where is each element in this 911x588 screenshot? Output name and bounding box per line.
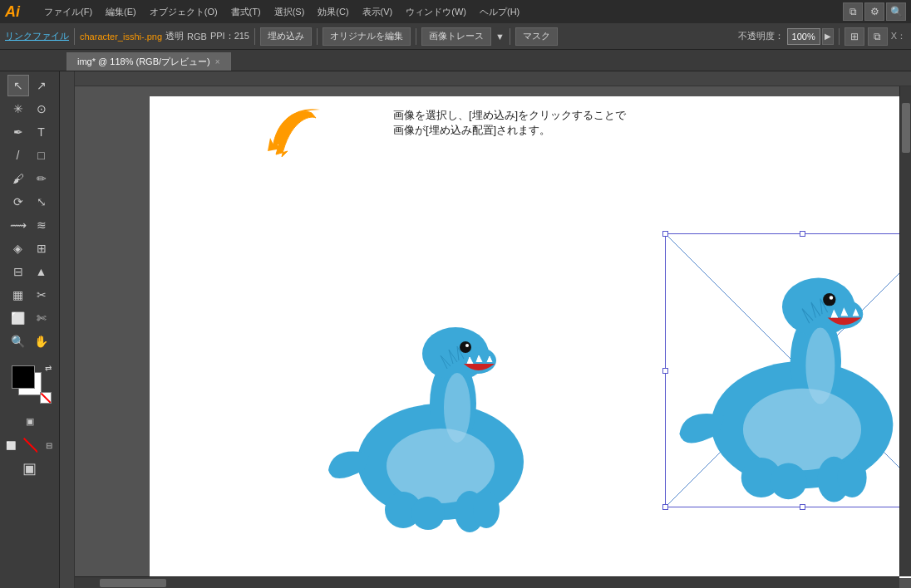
rect-tool[interactable]: □ xyxy=(31,145,52,166)
transform-icon-btn[interactable]: ⧉ xyxy=(868,27,888,46)
mask-button[interactable]: マスク xyxy=(515,27,558,46)
menu-window[interactable]: ウィンドウ(W) xyxy=(400,4,472,20)
main-area: ↖ ↗ ✳ ⊙ ✒ T / □ 🖌 ✏ ⟳ ⤡ ⟿ ≋ ◈ ⊞ xyxy=(0,71,911,588)
type-tool[interactable]: T xyxy=(31,121,52,143)
dinosaur-svg-left xyxy=(324,287,557,537)
pencil-tool[interactable]: ✏ xyxy=(31,168,52,189)
document-tab[interactable]: img* @ 118% (RGB/プレビュー) × xyxy=(66,52,231,71)
artboard: 画像を選択し、[埋め込み]をクリックすることで 画像が[埋め込み配置]されます。 xyxy=(150,96,911,578)
column-graph-tool[interactable]: ▦ xyxy=(7,284,29,306)
tab-close-btn[interactable]: × xyxy=(215,57,220,66)
image-trace-button[interactable]: 画像トレース xyxy=(421,27,491,46)
menu-effect[interactable]: 効果(C) xyxy=(312,4,354,20)
left-toolbar: ↖ ↗ ✳ ⊙ ✒ T / □ 🖌 ✏ ⟳ ⤡ ⟿ ≋ ◈ ⊞ xyxy=(0,71,60,588)
slice-tool[interactable]: ✂ xyxy=(31,284,52,306)
svg-point-16 xyxy=(805,328,835,404)
width-tool[interactable]: ⟿ xyxy=(7,214,29,236)
menu-object[interactable]: オブジェクト(O) xyxy=(144,4,224,20)
divider5 xyxy=(510,28,510,45)
properties-toolbar: リンクファイル character_isshi-.png 透明 RGB PPI：… xyxy=(0,23,911,50)
search-icon-btn[interactable]: 🔍 xyxy=(886,2,906,21)
wand-tool[interactable]: ✳ xyxy=(7,98,29,120)
menu-select[interactable]: 選択(S) xyxy=(268,4,311,20)
pen-tool[interactable]: ✒ xyxy=(7,121,29,143)
instruction-tooltip: 画像を選択し、[埋め込み]をクリックすることで 画像が[埋め込み配置]されます。 xyxy=(266,103,626,161)
align-icon-btn[interactable]: ⊞ xyxy=(845,27,864,46)
app-logo: Ai xyxy=(5,3,30,21)
tabbar: img* @ 118% (RGB/プレビュー) × xyxy=(0,50,911,71)
vertical-scrollbar[interactable] xyxy=(899,86,911,576)
foreground-color-swatch[interactable] xyxy=(12,365,35,389)
instruction-line1: 画像を選択し、[埋め込み]をクリックすることで xyxy=(393,108,626,123)
select-tool[interactable]: ↖ xyxy=(7,75,29,96)
menu-view[interactable]: 表示(V) xyxy=(357,4,399,20)
opacity-increase-btn[interactable]: ▶ xyxy=(822,28,834,45)
vertical-ruler xyxy=(60,71,75,588)
transparency-label: 透明 xyxy=(165,30,184,42)
symbol-tool[interactable]: ▲ xyxy=(31,261,52,282)
line-tool[interactable]: / xyxy=(7,145,29,166)
none-swatch[interactable] xyxy=(40,392,52,404)
settings-icon-btn[interactable]: ⚙ xyxy=(864,2,884,21)
orange-arrow xyxy=(266,103,328,164)
warp-tool[interactable]: ≋ xyxy=(31,214,52,236)
embed-button[interactable]: 埋め込み xyxy=(260,27,312,46)
none-icon[interactable] xyxy=(21,437,38,453)
arrange-icon-btn[interactable]: ⧉ xyxy=(843,2,863,21)
opacity-input[interactable] xyxy=(787,28,820,45)
artboards-panel-btn[interactable]: ▣ xyxy=(17,457,43,480)
scale-tool[interactable]: ⤡ xyxy=(31,191,52,213)
mesh-tool[interactable]: ⊞ xyxy=(31,238,52,259)
tab-label: img* @ 118% (RGB/プレビュー) xyxy=(77,56,210,68)
divider2 xyxy=(254,28,255,45)
dino-right-selected-container[interactable] xyxy=(665,233,911,507)
eraser-tool[interactable]: ⬜ xyxy=(7,307,29,329)
opacity-label: 不透明度： xyxy=(738,30,784,42)
instruction-text-block: 画像を選択し、[埋め込み]をクリックすることで 画像が[埋め込み配置]されます。 xyxy=(393,103,626,138)
ppi-label: PPI：215 xyxy=(210,30,249,42)
paintbrush-tool[interactable]: 🖌 xyxy=(7,168,29,189)
grid-icon[interactable]: ⊟ xyxy=(40,437,57,453)
instruction-line2: 画像が[埋め込み配置]されます。 xyxy=(393,123,626,138)
opacity-control: ▶ xyxy=(787,28,834,45)
color-swatches: ⇄ xyxy=(7,362,53,404)
swap-colors-icon[interactable]: ⇄ xyxy=(45,364,52,373)
dino-right-image xyxy=(666,234,911,507)
screen-mode-btn[interactable]: ▣ xyxy=(19,410,41,432)
svg-point-11 xyxy=(411,497,445,530)
freegradient-tool[interactable]: ◈ xyxy=(7,238,29,259)
horizontal-scrollbar[interactable] xyxy=(75,576,899,588)
direct-select-tool[interactable]: ↗ xyxy=(31,75,52,96)
hand-tool[interactable]: ✋ xyxy=(31,331,52,352)
dino-left-image xyxy=(324,287,565,553)
svg-point-23 xyxy=(771,463,807,500)
menu-file[interactable]: ファイル(F) xyxy=(38,4,98,20)
edit-original-button[interactable]: オリジナルを編集 xyxy=(323,27,411,46)
colormode-label: RGB xyxy=(187,32,207,42)
lasso-tool[interactable]: ⊙ xyxy=(31,98,52,120)
menu-text[interactable]: 書式(T) xyxy=(225,4,267,20)
rotate-tool[interactable]: ⟳ xyxy=(7,191,29,213)
divider4 xyxy=(416,28,416,45)
divider1 xyxy=(74,28,75,45)
divider3 xyxy=(317,28,318,45)
svg-point-7 xyxy=(465,344,469,347)
svg-point-4 xyxy=(444,373,470,443)
menu-edit[interactable]: 編集(E) xyxy=(100,4,142,20)
link-file-label[interactable]: リンクファイル xyxy=(5,30,69,42)
svg-point-21 xyxy=(838,458,867,497)
svg-point-19 xyxy=(830,296,833,299)
canvas-area: 画像を選択し、[埋め込み]をクリックすることで 画像が[埋め込み配置]されます。 xyxy=(60,71,911,588)
svg-point-9 xyxy=(473,492,500,528)
scissor-tool[interactable]: ✄ xyxy=(31,307,52,329)
svg-point-18 xyxy=(823,293,835,306)
filename-label: character_isshi-.png xyxy=(80,32,162,42)
horizontal-ruler xyxy=(60,71,911,86)
dinosaur-svg-right xyxy=(666,234,911,507)
artboard-icon[interactable]: ⬜ xyxy=(2,437,19,453)
menu-help[interactable]: ヘルプ(H) xyxy=(474,4,525,20)
zoom-tool[interactable]: 🔍 xyxy=(7,331,29,352)
menubar: Ai ファイル(F) 編集(E) オブジェクト(O) 書式(T) 選択(S) 効… xyxy=(0,0,911,23)
svg-point-6 xyxy=(460,341,471,353)
blend-tool[interactable]: ⊟ xyxy=(7,261,29,282)
